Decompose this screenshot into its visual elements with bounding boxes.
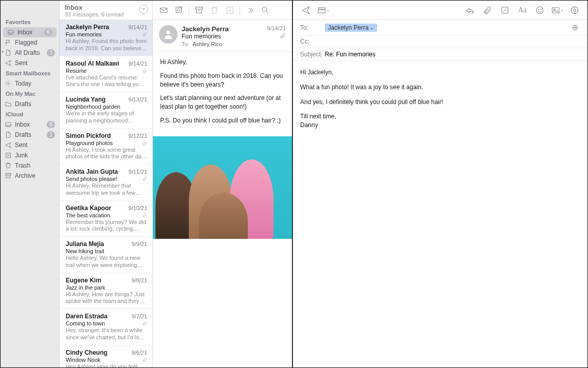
msg-date: 9/6/21 (131, 350, 147, 356)
compose-paragraph[interactable]: Till next time, Danny (300, 112, 580, 130)
sidebar-item-flagged[interactable]: Flagged (1, 37, 59, 48)
attach-icon[interactable] (481, 4, 494, 16)
filter-icon[interactable] (139, 5, 148, 14)
msg-sender: Juliana Mejia (66, 240, 129, 248)
mailbox-title: Inbox (65, 4, 147, 11)
svg-rect-5 (160, 8, 167, 12)
emoji-icon[interactable] (533, 4, 546, 16)
msg-date: 9/14/21 (128, 24, 147, 30)
svg-rect-11 (318, 7, 325, 9)
message-item[interactable]: Juliana Mejia9/9/21New hiking trailHello… (60, 237, 152, 273)
compose-paragraph[interactable]: What a fun photo! It was a joy to see it… (300, 83, 580, 92)
mail-icon[interactable] (157, 4, 170, 16)
format-icon[interactable]: Aa (516, 4, 529, 16)
message-list[interactable]: Jackelyn Perra9/14/21Fun memoriesHi Ashl… (60, 20, 152, 367)
msg-preview: Hi Ashley, Found this photo from back in… (66, 38, 147, 52)
sidebar-item-label: Drafts (15, 100, 31, 108)
sidebar-item-sent[interactable]: Sent (1, 58, 59, 68)
junk-icon[interactable] (223, 4, 237, 16)
msg-preview: We're in the early stages of planning a … (66, 110, 147, 125)
cc-field[interactable]: Cc: (293, 35, 587, 48)
livetext-icon[interactable] (568, 4, 581, 16)
svg-point-9 (262, 7, 267, 12)
msg-sender: Geetika Kapoor (66, 205, 126, 212)
header-fields-icon[interactable]: ⌄ (317, 4, 330, 16)
sidebar-item-inbox[interactable]: Inbox6 (3, 27, 56, 37)
message-item[interactable]: Lucinda Yang9/13/21Neighborhood gardenWe… (60, 92, 152, 129)
message-item[interactable]: Simon Pickford9/12/21Playground photosHi… (60, 129, 152, 165)
mailbox-subtitle: 33 messages, 6 unread (65, 11, 147, 17)
msg-preview: Hey Ashley! How do you feel about blinds… (66, 363, 147, 368)
svg-point-14 (536, 7, 543, 14)
message-item[interactable]: Cindy Cheung9/6/21Window NookHey Ashley!… (60, 345, 152, 368)
sidebar-item-junk[interactable]: Junk (1, 150, 59, 160)
subject-input[interactable] (325, 51, 580, 58)
reading-toolbar (153, 1, 292, 20)
sidebar-item-inbox[interactable]: Inbox6 (1, 119, 59, 130)
msg-sender: Jackelyn Perra (66, 24, 126, 31)
archive-icon[interactable] (192, 4, 206, 16)
message-item[interactable]: Daren Estrada9/7/21Coming to townHey, st… (60, 309, 152, 345)
sidebar-section-title: Favorites (1, 17, 59, 27)
sidebar-item-trash[interactable]: Trash (1, 160, 59, 171)
svg-point-18 (554, 9, 555, 10)
compose-paragraph[interactable]: And yes, I definitely think you could pu… (300, 98, 580, 107)
compose-icon[interactable] (172, 4, 186, 16)
sidebar-item-archive[interactable]: Archive (1, 171, 59, 181)
chevron-down-icon[interactable]: ⌄ (370, 25, 374, 30)
sidebar-item-label: Archive (15, 172, 35, 179)
cc-input[interactable] (325, 38, 580, 45)
message-paragraph: P.S. Do you think I could pull off blue … (160, 116, 285, 125)
msg-date: 9/8/21 (131, 277, 147, 283)
sidebar-section-title: On My Mac (1, 89, 59, 99)
message-sender: Jackelyn Perra (182, 25, 263, 33)
svg-point-15 (538, 9, 539, 10)
reply-icon[interactable] (463, 4, 477, 16)
recipient-pill[interactable]: Jackelyn Perra ⌄ (325, 24, 377, 32)
paperclip-icon (142, 32, 147, 37)
inbox-icon (7, 29, 14, 36)
message-item[interactable]: Jackelyn Perra9/14/21Fun memoriesHi Ashl… (60, 20, 152, 56)
sidebar-item-label: Sent (15, 141, 28, 149)
svg-rect-12 (318, 10, 325, 13)
msg-date: 9/11/21 (128, 169, 147, 175)
add-recipient-button[interactable]: ⊕ (570, 23, 580, 32)
disclosure-triangle-icon[interactable] (1, 48, 5, 52)
sidebar-item-sent[interactable]: Sent (1, 140, 59, 150)
sidebar-item-drafts[interactable]: Drafts (1, 99, 59, 109)
message-item[interactable]: Geetika Kapoor9/10/21The best vacationRe… (60, 201, 152, 237)
svg-point-20 (574, 9, 576, 11)
sidebar-item-today[interactable]: Today (1, 78, 59, 89)
compose-paragraph[interactable]: Hi Jackelyn, (300, 68, 580, 77)
message-paragraph: Let's start planning our next adventure … (160, 94, 285, 111)
sidebar-item-all-drafts[interactable]: All Drafts1 (1, 48, 59, 58)
message-item[interactable]: Eugene Kim9/8/21Jazz in the parkHi Ashle… (60, 273, 152, 310)
junk-icon (5, 152, 12, 159)
msg-preview: Hello Ashley, We found a new trail when … (66, 255, 147, 269)
message-subject: Fun memories (182, 33, 263, 40)
message-date: 9/14/21 (267, 25, 286, 31)
svg-point-1 (7, 83, 9, 85)
doc-icon (5, 131, 12, 138)
msg-subject: Fun memories (66, 31, 147, 37)
to-field[interactable]: To: Jackelyn Perra ⌄ ⊕ (293, 20, 587, 35)
svg-point-10 (166, 31, 170, 34)
gear-icon (5, 80, 12, 87)
sidebar-item-drafts[interactable]: Drafts1 (1, 130, 59, 140)
msg-preview: Hi Ashley, Remember that awesome trip we… (66, 182, 147, 197)
sidebar-item-label: Inbox (15, 121, 30, 128)
compose-body[interactable]: Hi Jackelyn,What a fun photo! It was a j… (293, 61, 587, 143)
trash-icon[interactable] (208, 4, 221, 16)
message-item[interactable]: Ankita Jain Gupta9/11/21Send photos plea… (60, 165, 152, 201)
search-icon[interactable] (259, 4, 272, 16)
avatar (159, 25, 178, 44)
sidebar: FavoritesInbox6FlaggedAll Drafts1SentSma… (1, 1, 60, 367)
message-item[interactable]: Rasoul Al Malkawi9/14/21ResumeI've attac… (60, 56, 152, 93)
trash-icon (5, 162, 12, 169)
send-icon[interactable] (299, 4, 312, 16)
badge: 6 (44, 29, 52, 36)
markup-icon[interactable] (498, 4, 512, 16)
photo-icon[interactable]: ⌄ (551, 4, 564, 16)
subject-field[interactable]: Subject: (293, 48, 587, 61)
more-icon[interactable] (243, 4, 257, 16)
